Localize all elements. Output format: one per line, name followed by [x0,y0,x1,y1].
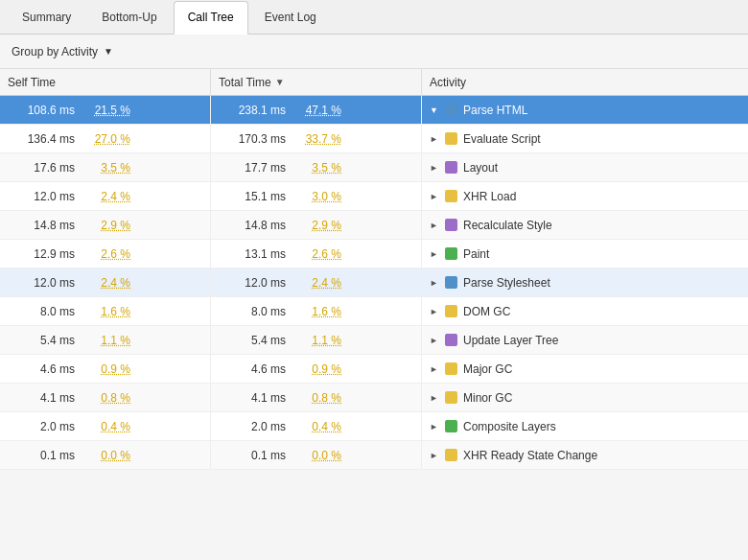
self-time-value: 12.9 ms [8,247,75,261]
activity-name: Composite Layers [463,420,556,433]
total-time-value: 13.1 ms [219,247,286,261]
total-time-value: 170.3 ms [219,132,286,146]
expand-arrow[interactable]: ► [430,393,439,403]
self-time-percent: 3.5 % [82,161,130,175]
expand-arrow[interactable]: ► [430,364,439,374]
expand-arrow[interactable]: ► [430,221,439,230]
tab-call-tree[interactable]: Call Tree [174,1,248,35]
table-row[interactable]: 12.0 ms 2.4 % 12.0 ms 2.4 % ► Parse Styl… [0,268,748,297]
cell-total-time: 4.1 ms 0.8 % [211,384,422,411]
activity-color-dot [445,305,457,317]
self-time-percent: 0.4 % [82,420,130,433]
total-time-value: 4.1 ms [219,391,286,405]
table-row[interactable]: 12.0 ms 2.4 % 15.1 ms 3.0 % ► XHR Load [0,182,748,211]
cell-total-time: 17.7 ms 3.5 % [211,153,422,181]
table-row[interactable]: 108.6 ms 21.5 % 238.1 ms 47.1 % ▼ Parse … [0,96,748,125]
expand-arrow[interactable]: ► [430,307,439,316]
total-time-percent: 0.8 % [293,391,341,405]
activity-content: ► Composite Layers [430,420,556,433]
cell-activity: ► Major GC [422,355,748,383]
activity-color-dot [445,219,457,231]
table-row[interactable]: 14.8 ms 2.9 % 14.8 ms 2.9 % ► Recalculat… [0,211,748,240]
self-time-percent: 27.0 % [82,132,130,146]
cell-self-time: 14.8 ms 2.9 % [0,211,211,239]
expand-arrow[interactable]: ► [430,192,439,201]
cell-total-time: 238.1 ms 47.1 % [211,96,422,124]
tab-bottom-up[interactable]: Bottom-Up [87,0,171,34]
total-time-percent: 47.1 % [293,104,341,117]
expand-arrow[interactable]: ▼ [430,105,439,115]
cell-activity: ▼ Parse HTML [422,96,748,124]
activity-name: XHR Ready State Change [463,449,597,462]
table-row[interactable]: 4.6 ms 0.9 % 4.6 ms 0.9 % ► Major GC [0,355,748,384]
expand-arrow[interactable]: ► [430,163,439,173]
cell-activity: ► Paint [422,240,748,268]
table-row[interactable]: 12.9 ms 2.6 % 13.1 ms 2.6 % ► Paint [0,240,748,268]
expand-arrow[interactable]: ► [430,336,439,345]
activity-name: Major GC [463,362,512,376]
cell-total-time: 14.8 ms 2.9 % [211,211,422,239]
expand-arrow[interactable]: ► [430,278,439,288]
cell-self-time: 12.9 ms 2.6 % [0,240,211,268]
total-time-percent: 33.7 % [293,132,341,146]
activity-name: Parse Stylesheet [463,276,550,290]
self-time-value: 14.8 ms [8,219,75,232]
table-row[interactable]: 17.6 ms 3.5 % 17.7 ms 3.5 % ► Layout [0,153,748,182]
total-time-percent: 2.4 % [293,276,341,290]
self-time-value: 4.1 ms [8,391,75,405]
activity-color-dot [445,190,457,202]
activity-name: Paint [463,247,489,261]
table-row[interactable]: 4.1 ms 0.8 % 4.1 ms 0.8 % ► Minor GC [0,384,748,412]
total-time-percent: 1.6 % [293,305,341,318]
activity-color-dot [445,362,457,375]
total-time-value: 17.7 ms [219,161,286,175]
table-row[interactable]: 2.0 ms 0.4 % 2.0 ms 0.4 % ► Composite La… [0,412,748,441]
activity-content: ► XHR Ready State Change [430,449,597,462]
expand-arrow[interactable]: ► [430,451,439,460]
table-row[interactable]: 136.4 ms 27.0 % 170.3 ms 33.7 % ► Evalua… [0,125,748,153]
cell-self-time: 136.4 ms 27.0 % [0,125,211,152]
header-activity: Activity [422,69,748,96]
cell-self-time: 12.0 ms 2.4 % [0,268,211,296]
group-by-dropdown-arrow[interactable]: ▼ [104,46,113,57]
cell-total-time: 15.1 ms 3.0 % [211,182,422,210]
activity-content: ► Major GC [430,362,512,376]
tab-summary[interactable]: Summary [8,0,85,34]
self-time-percent: 2.4 % [82,190,130,203]
expand-arrow[interactable]: ► [430,422,439,432]
self-time-percent: 2.6 % [82,247,130,261]
tab-event-log[interactable]: Event Log [250,0,331,34]
header-total-time[interactable]: Total Time ▼ [211,69,422,96]
activity-color-dot [445,449,457,461]
cell-activity: ► Update Layer Tree [422,326,748,354]
self-time-value: 0.1 ms [8,449,75,462]
self-time-value: 12.0 ms [8,190,75,203]
self-time-percent: 0.9 % [82,362,130,376]
self-time-percent: 1.1 % [82,334,130,347]
cell-total-time: 12.0 ms 2.4 % [211,268,422,296]
cell-self-time: 108.6 ms 21.5 % [0,96,211,124]
cell-activity: ► XHR Ready State Change [422,441,748,469]
total-time-value: 2.0 ms [219,420,286,433]
expand-arrow[interactable]: ► [430,249,439,259]
total-time-value: 5.4 ms [219,334,286,347]
activity-color-dot [445,391,457,404]
cell-activity: ► Composite Layers [422,412,748,440]
activity-content: ► Paint [430,247,489,261]
header-self-time[interactable]: Self Time [0,69,211,96]
total-time-value: 4.6 ms [219,362,286,376]
cell-total-time: 170.3 ms 33.7 % [211,125,422,152]
cell-self-time: 4.6 ms 0.9 % [0,355,211,383]
self-time-value: 2.0 ms [8,420,75,433]
total-time-value: 0.1 ms [219,449,286,462]
activity-name: Recalculate Style [463,219,552,232]
total-time-value: 8.0 ms [219,305,286,318]
expand-arrow[interactable]: ► [430,134,439,144]
self-time-percent: 0.0 % [82,449,130,462]
table-row[interactable]: 8.0 ms 1.6 % 8.0 ms 1.6 % ► DOM GC [0,297,748,326]
table-row[interactable]: 5.4 ms 1.1 % 5.4 ms 1.1 % ► Update Layer… [0,326,748,355]
total-time-sort-arrow: ▼ [275,77,285,87]
table-row[interactable]: 0.1 ms 0.0 % 0.1 ms 0.0 % ► XHR Ready St… [0,441,748,470]
activity-color-dot [445,420,457,432]
total-time-value: 15.1 ms [219,190,286,203]
